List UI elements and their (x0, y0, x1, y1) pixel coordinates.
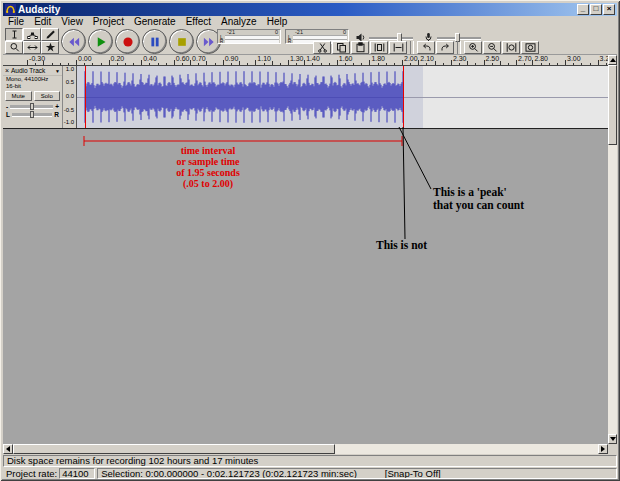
project-rate-value[interactable]: 44100 (59, 468, 95, 479)
ruler-tick (125, 63, 126, 65)
pan-slider-thumb[interactable] (30, 111, 34, 118)
ruler-tick (312, 63, 313, 65)
gain-slider-thumb[interactable] (30, 103, 34, 110)
rewind-button[interactable] (61, 29, 86, 54)
menu-file[interactable]: File (3, 16, 29, 28)
track-bitdepth-label: 16-bit (3, 83, 62, 90)
vertical-scroll-thumb[interactable] (608, 65, 617, 145)
pause-button[interactable] (142, 29, 167, 54)
ruler-tick (443, 63, 444, 65)
multi-tool[interactable] (41, 41, 59, 54)
menu-project[interactable]: Project (88, 16, 129, 28)
ruler-tick-major (288, 60, 289, 65)
selection-status-panel: Selection: 0:00.000000 - 0:02.121723 (0:… (97, 468, 617, 479)
menu-view[interactable]: View (56, 16, 88, 28)
toolbar-separator (410, 41, 414, 54)
mute-button[interactable]: Mute (5, 91, 32, 101)
selection-tool[interactable] (5, 28, 23, 41)
edit-toolbar (313, 41, 539, 54)
undo-button[interactable] (417, 41, 435, 54)
scale-label: 0.0 (66, 93, 74, 100)
transport-toolbar (61, 28, 221, 54)
ruler-tick (410, 63, 411, 65)
paste-button[interactable] (351, 41, 369, 54)
pan-slider[interactable] (12, 113, 52, 117)
ruler-tick (606, 63, 607, 65)
interval-annotation-line2: or sample time (118, 156, 298, 167)
minimize-button[interactable]: _ (577, 4, 589, 15)
horizontal-scrollbar[interactable] (3, 444, 608, 454)
ruler-tick (264, 63, 265, 65)
meter-scale: -210 (218, 30, 280, 35)
disk-space-statusbar: Disk space remains for recording 102 hou… (3, 455, 617, 467)
title-bar[interactable]: Audacity _□× (3, 3, 617, 16)
silence-button[interactable] (389, 41, 407, 54)
ruler-tick (280, 63, 281, 65)
maximize-button[interactable]: □ (590, 4, 602, 15)
menu-help[interactable]: Help (262, 16, 293, 28)
track-close-button[interactable]: × (3, 66, 11, 75)
redo-button[interactable] (436, 41, 454, 54)
audacity-window: Audacity _□× FileEditViewProjectGenerate… (0, 0, 620, 481)
left-arrow-icon (6, 446, 10, 452)
waveform-area[interactable] (77, 66, 608, 128)
ruler-tick-major (484, 60, 485, 65)
ruler-tick-major (27, 60, 28, 65)
timeline-ruler[interactable]: -0.300.000.200.400.600.700.901.101.301.4… (3, 55, 608, 66)
waveform-svg (77, 66, 608, 128)
menu-analyze[interactable]: Analyze (216, 16, 262, 28)
ruler-tick (394, 63, 395, 65)
scroll-right-button[interactable] (598, 444, 608, 454)
peak-annotation-line1: This is a 'peak' (433, 186, 524, 199)
vertical-scrollbar[interactable] (608, 55, 617, 444)
ruler-tick (549, 63, 550, 65)
menu-edit[interactable]: Edit (29, 16, 56, 28)
ruler-tick-major (532, 60, 533, 65)
ruler-tick (84, 63, 85, 65)
menu-generate[interactable]: Generate (129, 16, 181, 28)
zoom-out-button[interactable] (483, 41, 501, 54)
play-button[interactable] (88, 29, 113, 54)
copy-button[interactable] (332, 41, 350, 54)
stop-button[interactable] (169, 29, 194, 54)
ruler-tick (508, 63, 509, 65)
track-menu-arrow-icon[interactable]: ▼ (55, 68, 60, 74)
fit-project-button[interactable] (521, 41, 539, 54)
ruler-label: -0.30 (29, 55, 45, 63)
menu-effect[interactable]: Effect (181, 16, 216, 28)
ruler-tick (272, 61, 273, 65)
menu-bar: FileEditViewProjectGenerateEffectAnalyze… (3, 16, 617, 28)
output-meter: -210LR (217, 29, 281, 44)
close-button[interactable]: × (603, 4, 615, 15)
ruler-tick (321, 63, 322, 65)
ruler-tick (386, 63, 387, 65)
horizontal-scroll-thumb[interactable] (13, 444, 335, 454)
scroll-down-button[interactable] (608, 434, 617, 444)
scroll-left-button[interactable] (3, 444, 13, 454)
fit-selection-button[interactable] (502, 41, 520, 54)
ruler-tick (68, 63, 69, 65)
ruler-tick-major (255, 60, 256, 65)
zoom-in-button[interactable] (464, 41, 482, 54)
ruler-tick (590, 63, 591, 65)
gain-minus-label: - (6, 103, 8, 110)
trim-button[interactable] (370, 41, 388, 54)
gain-slider[interactable] (10, 105, 53, 109)
scale-label: -0.5 (64, 107, 74, 114)
zoom-tool[interactable] (5, 41, 23, 54)
timeshift-tool[interactable] (23, 41, 41, 54)
scroll-up-button[interactable] (608, 55, 617, 65)
track-title[interactable]: Audio Track (11, 67, 55, 74)
pan-left-label: L (6, 111, 10, 118)
draw-tool[interactable] (41, 28, 59, 41)
ruler-label: 0.20 (111, 55, 125, 63)
record-button[interactable] (115, 29, 140, 54)
ruler-label: 2.80 (534, 55, 548, 63)
envelope-tool[interactable] (23, 28, 41, 41)
ruler-tick (581, 63, 582, 65)
ruler-tick (117, 63, 118, 65)
solo-button[interactable]: Solo (34, 91, 61, 101)
gain-plus-label: + (55, 103, 59, 110)
cut-button[interactable] (313, 41, 331, 54)
ruler-tick-major (223, 60, 224, 65)
